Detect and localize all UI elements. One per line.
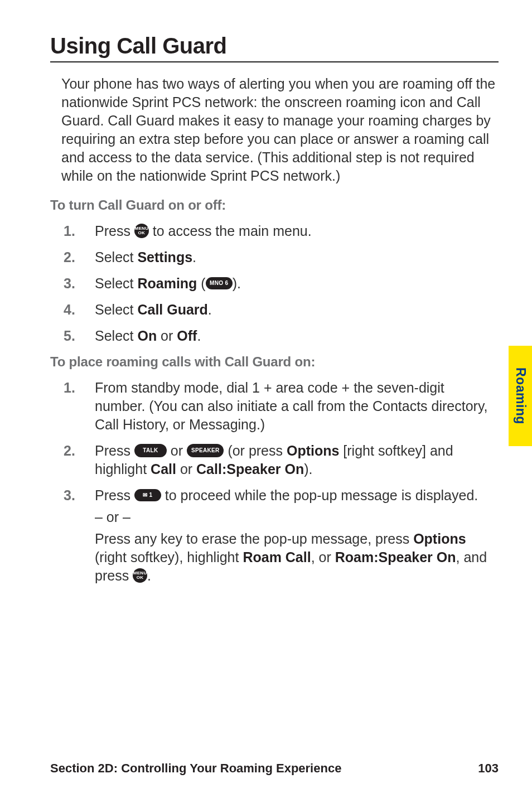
list-item: Press MENUOK to access the main menu. (64, 222, 499, 240)
steps-list-1: Press MENUOK to access the main menu. Se… (64, 222, 499, 345)
section-tab: Roaming (509, 346, 532, 446)
step-text: . (147, 568, 151, 583)
step-text: ). (233, 275, 241, 291)
step-text: Press any key to erase the pop-up messag… (95, 531, 413, 546)
bold-term: Roam:Speaker On (335, 549, 456, 565)
bold-term: Call:Speaker On (196, 461, 304, 477)
list-item: Select Call Guard. (64, 301, 499, 319)
step-text: Press (95, 487, 134, 503)
page-footer: Section 2D: Controlling Your Roaming Exp… (50, 761, 499, 776)
list-item: Press ✉ 1 to proceed while the pop-up me… (64, 486, 499, 585)
step-text: to access the main menu. (149, 223, 312, 239)
or-separator: – or – (95, 508, 499, 526)
step-text: From standby mode, dial 1 + area code + … (95, 380, 488, 432)
bold-term: Call Guard (137, 302, 207, 317)
bold-term: Roaming (137, 275, 197, 291)
step-text: (right softkey), highlight (95, 549, 243, 565)
step-text: ). (304, 461, 312, 477)
step-text: . (192, 249, 196, 265)
step-text: Select (95, 302, 137, 317)
step-text: Select (95, 275, 137, 291)
talk-key-icon: TALK (134, 444, 167, 457)
section-tab-label: Roaming (513, 367, 528, 424)
step-text: Select (95, 328, 137, 344)
step-text: or (176, 461, 196, 477)
mail1-key-icon: ✉ 1 (134, 489, 161, 501)
step-text: (or press (224, 443, 287, 458)
menu-ok-icon: MENUOK (133, 568, 147, 583)
bold-term: On (137, 328, 157, 344)
step-text: to proceed while the pop-up message is d… (161, 487, 478, 503)
bold-term: Settings (137, 249, 192, 265)
bold-term: Call (151, 461, 176, 477)
footer-page-number: 103 (478, 761, 499, 776)
step-text: ( (197, 275, 205, 291)
list-item: Press TALK or SPEAKER (or press Options … (64, 442, 499, 478)
step-text: Press (95, 223, 134, 239)
list-item: Select Settings. (64, 248, 499, 267)
step-text: . (197, 328, 201, 344)
steps-list-2: From standby mode, dial 1 + area code + … (64, 379, 499, 585)
step-text: Press (95, 443, 134, 458)
subhead-place-calls: To place roaming calls with Call Guard o… (50, 354, 499, 370)
bold-term: Options (287, 443, 339, 458)
subhead-turn-on-off: To turn Call Guard on or off: (50, 197, 499, 213)
bold-term: Options (413, 531, 466, 546)
speaker-key-icon: SPEAKER (187, 444, 224, 457)
mno6-key-icon: MNO 6 (206, 277, 233, 289)
list-item: Select Roaming (MNO 6). (64, 274, 499, 293)
bold-term: Off (177, 328, 197, 344)
step-text: . (208, 302, 212, 317)
step-text: , or (311, 549, 335, 565)
step-text: or (157, 328, 177, 344)
bold-term: Roam Call (243, 549, 311, 565)
step-text: or (167, 443, 187, 458)
step-text: Select (95, 249, 137, 265)
list-item: From standby mode, dial 1 + area code + … (64, 379, 499, 434)
intro-paragraph: Your phone has two ways of alerting you … (61, 75, 499, 185)
title-rule (50, 61, 499, 62)
menu-ok-icon: MENUOK (134, 224, 149, 238)
page-title: Using Call Guard (50, 33, 499, 58)
footer-section-label: Section 2D: Controlling Your Roaming Exp… (50, 761, 341, 776)
list-item: Select On or Off. (64, 327, 499, 345)
